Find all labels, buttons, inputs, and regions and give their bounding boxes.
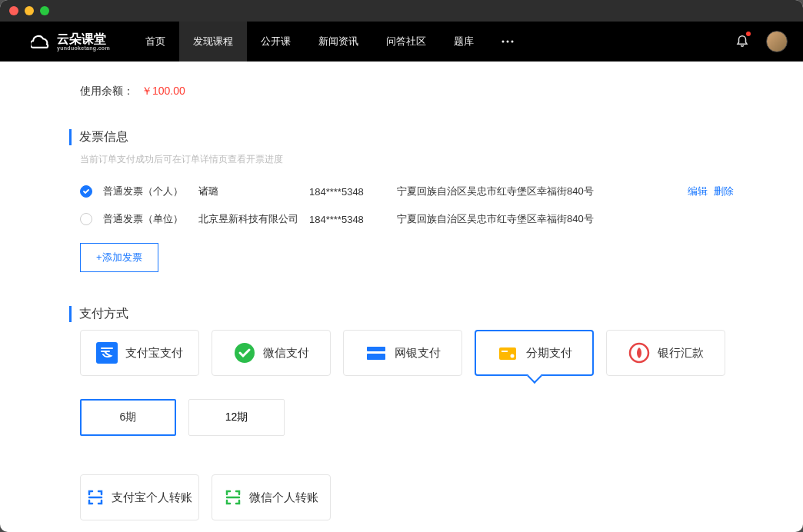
nav-item-0[interactable]: 首页 xyxy=(132,22,179,62)
nav-more-icon[interactable] xyxy=(488,22,528,62)
period-option-0[interactable]: 6期 xyxy=(80,399,176,436)
invoice-delete-link[interactable]: 删除 xyxy=(714,185,734,197)
brand-name: 云朵课堂 xyxy=(57,33,110,45)
nav-item-1[interactable]: 发现课程 xyxy=(179,22,247,62)
maximize-window-icon[interactable] xyxy=(40,6,49,15)
invoice-address: 宁夏回族自治区吴忠市红寺堡区幸福街840号 xyxy=(397,212,734,226)
payment-method-alipay[interactable]: 支付宝支付 xyxy=(80,330,199,376)
payment-method-label: 分期支付 xyxy=(526,346,572,361)
svg-point-0 xyxy=(501,41,504,43)
invoice-edit-link[interactable]: 编辑 xyxy=(688,185,708,197)
nav-item-2[interactable]: 公开课 xyxy=(247,22,305,62)
payment-method-bank[interactable]: 银行汇款 xyxy=(606,330,725,376)
invoice-section-title: 发票信息 xyxy=(69,129,734,145)
invoice-phone: 184****5348 xyxy=(309,214,386,225)
invoice-row: 普通发票（个人）诸璐184****5348宁夏回族自治区吴忠市红寺堡区幸福街84… xyxy=(80,185,734,198)
balance-row: 使用余额： ￥100.00 xyxy=(69,85,734,98)
svg-rect-7 xyxy=(499,347,516,360)
minimize-window-icon[interactable] xyxy=(25,6,34,15)
payment-method-label: 网银支付 xyxy=(395,346,441,361)
svg-rect-5 xyxy=(367,347,385,351)
invoice-row: 普通发票（单位）北京昱新科技有限公司184****5348宁夏回族自治区吴忠市红… xyxy=(80,212,734,226)
svg-point-9 xyxy=(510,354,514,358)
balance-amount: ￥100.00 xyxy=(142,85,185,97)
payment-method-label: 微信支付 xyxy=(263,346,309,361)
invoice-name: 诸璐 xyxy=(198,185,298,198)
invoice-list: 普通发票（个人）诸璐184****5348宁夏回族自治区吴忠市红寺堡区幸福街84… xyxy=(69,185,734,226)
scan-bracket-icon xyxy=(87,489,104,506)
period-option-1[interactable]: 12期 xyxy=(188,399,285,436)
nav-item-5[interactable]: 题库 xyxy=(440,22,488,62)
alipay-icon xyxy=(96,342,118,364)
notification-dot-icon xyxy=(746,32,751,36)
main-content: 使用余额： ￥100.00 发票信息 当前订单支付成功后可在订单详情页查看开票进… xyxy=(0,62,803,532)
cloud-logo-icon xyxy=(31,31,52,52)
brand-logo[interactable]: 云朵课堂 yunduoketang.com xyxy=(31,31,110,52)
invoice-type: 普通发票（个人） xyxy=(103,185,188,198)
svg-point-2 xyxy=(511,41,513,43)
invoice-radio[interactable] xyxy=(80,213,92,225)
payment-method-installment[interactable]: 分期支付 xyxy=(475,330,594,376)
payment-method-label: 支付宝支付 xyxy=(125,346,183,361)
wechat-icon xyxy=(234,342,255,364)
installment-icon xyxy=(497,342,518,364)
transfer-methods: 支付宝个人转账微信个人转账 xyxy=(69,474,734,520)
brand-sub: yunduoketang.com xyxy=(57,45,110,51)
transfer-label: 支付宝个人转账 xyxy=(112,490,192,505)
close-window-icon[interactable] xyxy=(9,6,18,15)
svg-point-1 xyxy=(506,41,508,43)
transfer-alipay-personal[interactable]: 支付宝个人转账 xyxy=(80,474,199,520)
unionpay-icon xyxy=(365,342,387,364)
scan-bracket-icon xyxy=(225,489,242,506)
transfer-wechat-personal[interactable]: 微信个人转账 xyxy=(212,474,331,520)
nav-item-4[interactable]: 问答社区 xyxy=(372,22,440,62)
add-invoice-button[interactable]: +添加发票 xyxy=(80,243,158,272)
user-avatar[interactable] xyxy=(766,31,788,52)
payment-method-label: 银行汇款 xyxy=(658,346,704,361)
invoice-name: 北京昱新科技有限公司 xyxy=(198,212,298,226)
top-navigation: 云朵课堂 yunduoketang.com 首页发现课程公开课新闻资讯问答社区题… xyxy=(0,22,803,62)
payment-method-wechat[interactable]: 微信支付 xyxy=(212,330,331,376)
balance-label: 使用余额： xyxy=(80,85,134,97)
notification-bell-icon[interactable] xyxy=(735,33,749,50)
svg-rect-8 xyxy=(501,351,508,352)
payment-method-unionpay[interactable]: 网银支付 xyxy=(343,330,462,376)
transfer-label: 微信个人转账 xyxy=(249,490,318,505)
payment-section-title: 支付方式 xyxy=(69,306,734,322)
app-window: 云朵课堂 yunduoketang.com 首页发现课程公开课新闻资讯问答社区题… xyxy=(0,0,803,532)
svg-rect-6 xyxy=(367,354,385,360)
bank-icon xyxy=(628,342,650,364)
invoice-section-subtitle: 当前订单支付成功后可在订单详情页查看开票进度 xyxy=(69,153,734,166)
installment-periods: 6期12期 xyxy=(69,399,734,436)
invoice-actions: 编辑删除 xyxy=(681,185,734,198)
invoice-phone: 184****5348 xyxy=(309,186,386,198)
invoice-type: 普通发票（单位） xyxy=(103,212,188,226)
nav-item-3[interactable]: 新闻资讯 xyxy=(305,22,372,62)
invoice-address: 宁夏回族自治区吴忠市红寺堡区幸福街840号 xyxy=(397,185,671,198)
invoice-radio[interactable] xyxy=(80,185,92,198)
window-titlebar xyxy=(0,0,803,22)
payment-methods: 支付宝支付微信支付网银支付分期支付银行汇款 xyxy=(69,330,734,376)
